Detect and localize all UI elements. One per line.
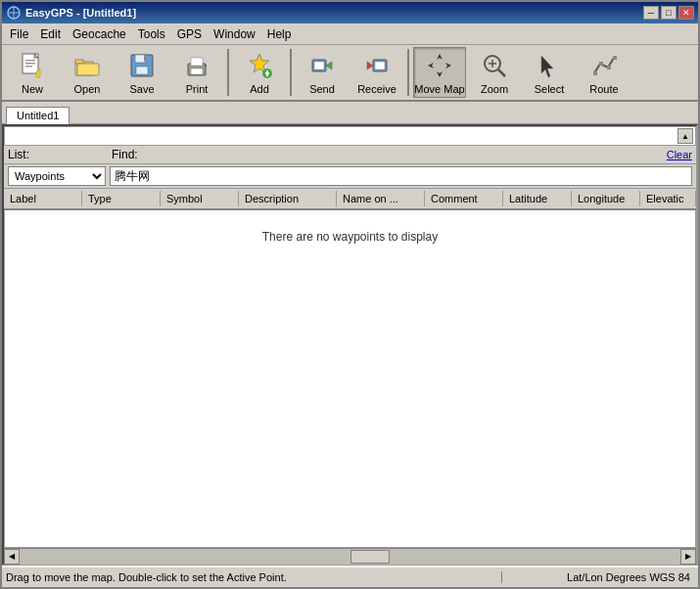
col-symbol: Symbol (161, 191, 239, 206)
col-description: Description (239, 191, 337, 206)
tab-label: Untitled1 (17, 110, 59, 121)
title-bar: EasyGPS - [Untitled1] ─ □ ✕ (2, 2, 698, 23)
toolbar-sep-3 (407, 49, 409, 96)
scroll-top-area: ▲ (4, 126, 696, 146)
save-button[interactable]: Save (116, 47, 168, 98)
menu-help[interactable]: Help (261, 24, 298, 44)
svg-rect-37 (593, 71, 597, 75)
clear-button[interactable]: Clear (667, 149, 692, 160)
receive-icon (361, 50, 393, 81)
list-type-select[interactable]: Waypoints Routes Tracks (8, 166, 106, 186)
open-label: Open (74, 83, 101, 95)
save-label: Save (129, 83, 154, 95)
toolbar-sep-1 (227, 49, 229, 96)
select-icon (534, 50, 565, 81)
empty-message: There are no waypoints to display (262, 230, 438, 244)
route-button[interactable]: Route (578, 47, 630, 98)
svg-rect-38 (599, 62, 603, 66)
svg-rect-14 (136, 67, 148, 74)
send-label: Send (309, 83, 335, 95)
movemap-label: Move Map (414, 83, 464, 95)
status-coords: Lat/Lon Degrees WGS 84 (502, 571, 698, 583)
col-longitude: Longitude (572, 191, 640, 206)
menu-tools[interactable]: Tools (132, 24, 171, 44)
inner-frame: ▲ List: Find: Clear Waypoints Routes Tra… (2, 124, 698, 566)
find-input[interactable] (110, 166, 692, 186)
column-headers: Label Type Symbol Description Name on ..… (4, 189, 696, 210)
svg-rect-13 (135, 55, 145, 63)
select-button[interactable]: Select (523, 47, 576, 98)
new-button[interactable]: New (6, 47, 59, 98)
toolbar-sep-2 (290, 49, 292, 96)
send-button[interactable]: Send (296, 47, 349, 98)
hscroll-right-button[interactable]: ▶ (680, 549, 696, 565)
tab-untitled1[interactable]: Untitled1 (6, 107, 70, 124)
movemap-button[interactable]: Move Map (413, 47, 466, 98)
movemap-icon (424, 50, 455, 81)
save-icon (126, 50, 158, 81)
svg-rect-7 (25, 66, 32, 68)
menu-file[interactable]: File (4, 24, 34, 44)
menu-gps[interactable]: GPS (171, 24, 208, 44)
scroll-up-button[interactable]: ▲ (677, 128, 693, 144)
status-bar: Drag to move the map. Double-click to se… (2, 566, 698, 587)
svg-rect-18 (191, 58, 203, 66)
close-button[interactable]: ✕ (678, 6, 694, 20)
waypoints-list: There are no waypoints to display (4, 210, 696, 548)
toolbar: New Open Save (2, 45, 698, 102)
svg-rect-15 (144, 56, 146, 61)
add-button[interactable]: Add (233, 47, 286, 98)
svg-rect-6 (25, 63, 35, 65)
svg-rect-19 (205, 65, 207, 67)
new-icon (17, 50, 48, 81)
col-label: Label (4, 191, 82, 206)
open-button[interactable]: Open (61, 47, 114, 98)
svg-rect-28 (375, 62, 385, 69)
svg-rect-39 (607, 66, 611, 69)
svg-rect-17 (191, 68, 203, 74)
col-elevation: Elevatic (640, 191, 696, 206)
svg-rect-25 (314, 62, 324, 69)
receive-button[interactable]: Receive (350, 47, 403, 98)
find-label: Find: (112, 148, 138, 161)
menu-window[interactable]: Window (208, 24, 261, 44)
minimize-button[interactable]: ─ (643, 6, 659, 20)
zoom-button[interactable]: Zoom (468, 47, 521, 98)
col-latitude: Latitude (503, 191, 572, 206)
add-icon (244, 50, 275, 81)
open-icon (71, 50, 103, 81)
tab-bar: Untitled1 (2, 102, 698, 124)
svg-marker-36 (541, 56, 553, 77)
zoom-label: Zoom (481, 83, 508, 95)
svg-rect-23 (266, 70, 268, 76)
hscroll-left-button[interactable]: ◀ (4, 549, 20, 565)
hscroll-thumb[interactable] (350, 550, 390, 564)
svg-rect-40 (613, 56, 617, 60)
print-button[interactable]: Print (170, 47, 223, 98)
receive-label: Receive (357, 83, 397, 95)
print-label: Print (186, 83, 209, 95)
app-icon (6, 5, 22, 21)
controls-row: Waypoints Routes Tracks (4, 164, 696, 189)
zoom-icon (479, 50, 510, 81)
svg-marker-26 (326, 62, 332, 69)
col-comment: Comment (425, 191, 503, 206)
svg-rect-5 (25, 60, 35, 62)
route-label: Route (589, 83, 618, 95)
hscroll-track[interactable] (20, 549, 680, 565)
main-window: EasyGPS - [Untitled1] ─ □ ✕ File Edit Ge… (0, 0, 700, 589)
maximize-button[interactable]: □ (661, 6, 677, 20)
menu-edit[interactable]: Edit (34, 24, 67, 44)
menu-bar: File Edit Geocache Tools GPS Window Help (2, 23, 698, 45)
menu-geocache[interactable]: Geocache (67, 24, 132, 44)
list-label: List: (8, 148, 29, 161)
svg-marker-29 (367, 62, 373, 69)
horizontal-scrollbar: ◀ ▶ (4, 548, 696, 564)
send-icon (306, 50, 338, 81)
print-icon (181, 50, 212, 81)
add-label: Add (250, 83, 269, 95)
col-name-on: Name on ... (337, 191, 425, 206)
svg-rect-10 (75, 60, 83, 64)
svg-rect-11 (77, 64, 99, 75)
new-label: New (22, 83, 43, 95)
